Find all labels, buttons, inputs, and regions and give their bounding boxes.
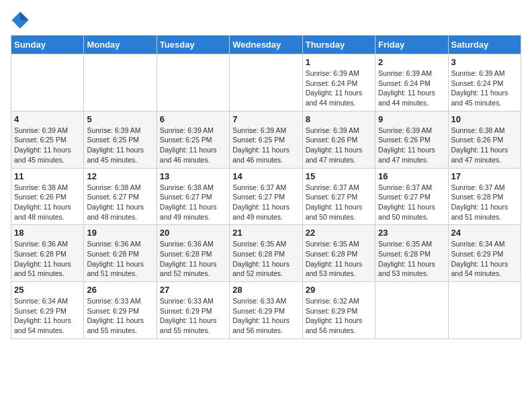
day-info: Sunrise: 6:39 AM Sunset: 6:25 PM Dayligh… <box>232 126 299 165</box>
day-info: Sunrise: 6:39 AM Sunset: 6:24 PM Dayligh… <box>451 68 518 108</box>
day-number: 11 <box>14 171 81 181</box>
day-number: 23 <box>378 228 445 238</box>
day-info: Sunrise: 6:32 AM Sunset: 6:29 PM Dayligh… <box>306 296 372 336</box>
day-number: 10 <box>451 114 518 124</box>
calendar-cell: 10Sunrise: 6:38 AM Sunset: 6:26 PM Dayli… <box>448 111 521 168</box>
day-number: 25 <box>14 285 81 295</box>
calendar-cell: 17Sunrise: 6:37 AM Sunset: 6:28 PM Dayli… <box>448 168 521 225</box>
day-number: 2 <box>378 57 445 67</box>
weekday-header-thursday: Thursday <box>302 36 375 54</box>
day-info: Sunrise: 6:33 AM Sunset: 6:29 PM Dayligh… <box>232 296 299 336</box>
weekday-header-friday: Friday <box>375 36 448 54</box>
day-info: Sunrise: 6:37 AM Sunset: 6:28 PM Dayligh… <box>451 183 518 222</box>
calendar-cell: 14Sunrise: 6:37 AM Sunset: 6:27 PM Dayli… <box>230 168 302 225</box>
day-info: Sunrise: 6:34 AM Sunset: 6:29 PM Dayligh… <box>14 296 81 336</box>
day-number: 26 <box>87 285 153 295</box>
day-number: 29 <box>306 285 372 295</box>
day-info: Sunrise: 6:39 AM Sunset: 6:24 PM Dayligh… <box>378 68 445 108</box>
calendar-cell: 6Sunrise: 6:39 AM Sunset: 6:25 PM Daylig… <box>157 111 229 168</box>
page-header <box>11 11 521 30</box>
calendar-cell <box>84 54 157 111</box>
day-number: 27 <box>160 285 226 295</box>
day-info: Sunrise: 6:36 AM Sunset: 6:28 PM Dayligh… <box>14 239 81 279</box>
calendar-cell <box>230 54 302 111</box>
weekday-header-saturday: Saturday <box>448 36 521 54</box>
day-info: Sunrise: 6:38 AM Sunset: 6:27 PM Dayligh… <box>160 183 226 222</box>
day-info: Sunrise: 6:37 AM Sunset: 6:27 PM Dayligh… <box>306 183 372 222</box>
day-number: 14 <box>232 171 299 181</box>
day-number: 3 <box>451 57 518 67</box>
calendar-cell: 20Sunrise: 6:36 AM Sunset: 6:28 PM Dayli… <box>157 225 229 282</box>
weekday-header-tuesday: Tuesday <box>157 36 229 54</box>
calendar-cell: 25Sunrise: 6:34 AM Sunset: 6:29 PM Dayli… <box>11 282 84 339</box>
calendar-cell <box>11 54 84 111</box>
day-info: Sunrise: 6:35 AM Sunset: 6:28 PM Dayligh… <box>232 239 299 279</box>
logo <box>11 11 32 30</box>
day-info: Sunrise: 6:39 AM Sunset: 6:26 PM Dayligh… <box>306 126 372 165</box>
calendar-cell: 29Sunrise: 6:32 AM Sunset: 6:29 PM Dayli… <box>302 282 375 339</box>
calendar-cell: 21Sunrise: 6:35 AM Sunset: 6:28 PM Dayli… <box>230 225 302 282</box>
calendar-cell: 26Sunrise: 6:33 AM Sunset: 6:29 PM Dayli… <box>84 282 157 339</box>
day-info: Sunrise: 6:38 AM Sunset: 6:27 PM Dayligh… <box>87 183 153 222</box>
calendar-cell: 23Sunrise: 6:35 AM Sunset: 6:28 PM Dayli… <box>375 225 448 282</box>
calendar-cell: 28Sunrise: 6:33 AM Sunset: 6:29 PM Dayli… <box>230 282 302 339</box>
day-info: Sunrise: 6:37 AM Sunset: 6:27 PM Dayligh… <box>378 183 445 222</box>
calendar-cell: 2Sunrise: 6:39 AM Sunset: 6:24 PM Daylig… <box>375 54 448 111</box>
day-number: 28 <box>232 285 299 295</box>
day-info: Sunrise: 6:36 AM Sunset: 6:28 PM Dayligh… <box>160 239 226 279</box>
day-number: 5 <box>87 114 153 124</box>
day-info: Sunrise: 6:39 AM Sunset: 6:24 PM Dayligh… <box>306 68 372 108</box>
svg-marker-1 <box>20 11 29 20</box>
day-number: 19 <box>87 228 153 238</box>
day-info: Sunrise: 6:33 AM Sunset: 6:29 PM Dayligh… <box>160 296 226 336</box>
calendar-cell: 27Sunrise: 6:33 AM Sunset: 6:29 PM Dayli… <box>157 282 229 339</box>
day-number: 13 <box>160 171 226 181</box>
day-number: 8 <box>306 114 372 124</box>
day-info: Sunrise: 6:39 AM Sunset: 6:25 PM Dayligh… <box>160 126 226 165</box>
day-info: Sunrise: 6:38 AM Sunset: 6:26 PM Dayligh… <box>451 126 518 165</box>
day-number: 20 <box>160 228 226 238</box>
weekday-header-sunday: Sunday <box>11 36 84 54</box>
calendar-cell: 1Sunrise: 6:39 AM Sunset: 6:24 PM Daylig… <box>302 54 375 111</box>
day-info: Sunrise: 6:39 AM Sunset: 6:26 PM Dayligh… <box>378 126 445 165</box>
day-number: 1 <box>306 57 372 67</box>
day-number: 21 <box>232 228 299 238</box>
calendar-cell: 4Sunrise: 6:39 AM Sunset: 6:25 PM Daylig… <box>11 111 84 168</box>
week-row-5: 25Sunrise: 6:34 AM Sunset: 6:29 PM Dayli… <box>11 282 521 339</box>
day-number: 6 <box>160 114 226 124</box>
week-row-3: 11Sunrise: 6:38 AM Sunset: 6:26 PM Dayli… <box>11 168 521 225</box>
day-info: Sunrise: 6:35 AM Sunset: 6:28 PM Dayligh… <box>306 239 372 279</box>
day-number: 22 <box>306 228 372 238</box>
logo-icon <box>11 11 30 30</box>
calendar-cell: 18Sunrise: 6:36 AM Sunset: 6:28 PM Dayli… <box>11 225 84 282</box>
day-number: 7 <box>232 114 299 124</box>
calendar-cell: 9Sunrise: 6:39 AM Sunset: 6:26 PM Daylig… <box>375 111 448 168</box>
weekday-header-row: SundayMondayTuesdayWednesdayThursdayFrid… <box>11 36 521 54</box>
calendar-cell: 7Sunrise: 6:39 AM Sunset: 6:25 PM Daylig… <box>230 111 302 168</box>
day-number: 9 <box>378 114 445 124</box>
day-number: 16 <box>378 171 445 181</box>
calendar-cell: 22Sunrise: 6:35 AM Sunset: 6:28 PM Dayli… <box>302 225 375 282</box>
day-number: 12 <box>87 171 153 181</box>
calendar-cell <box>375 282 448 339</box>
calendar-cell: 5Sunrise: 6:39 AM Sunset: 6:25 PM Daylig… <box>84 111 157 168</box>
calendar-cell: 24Sunrise: 6:34 AM Sunset: 6:29 PM Dayli… <box>448 225 521 282</box>
day-info: Sunrise: 6:39 AM Sunset: 6:25 PM Dayligh… <box>14 126 81 165</box>
week-row-4: 18Sunrise: 6:36 AM Sunset: 6:28 PM Dayli… <box>11 225 521 282</box>
calendar-cell: 3Sunrise: 6:39 AM Sunset: 6:24 PM Daylig… <box>448 54 521 111</box>
week-row-1: 1Sunrise: 6:39 AM Sunset: 6:24 PM Daylig… <box>11 54 521 111</box>
calendar-cell: 12Sunrise: 6:38 AM Sunset: 6:27 PM Dayli… <box>84 168 157 225</box>
calendar-cell: 13Sunrise: 6:38 AM Sunset: 6:27 PM Dayli… <box>157 168 229 225</box>
day-number: 24 <box>451 228 518 238</box>
weekday-header-wednesday: Wednesday <box>230 36 302 54</box>
calendar-cell: 8Sunrise: 6:39 AM Sunset: 6:26 PM Daylig… <box>302 111 375 168</box>
calendar-cell <box>448 282 521 339</box>
day-info: Sunrise: 6:37 AM Sunset: 6:27 PM Dayligh… <box>232 183 299 222</box>
day-info: Sunrise: 6:33 AM Sunset: 6:29 PM Dayligh… <box>87 296 153 336</box>
day-info: Sunrise: 6:35 AM Sunset: 6:28 PM Dayligh… <box>378 239 445 279</box>
calendar-table: SundayMondayTuesdayWednesdayThursdayFrid… <box>11 35 521 339</box>
calendar-cell: 11Sunrise: 6:38 AM Sunset: 6:26 PM Dayli… <box>11 168 84 225</box>
day-info: Sunrise: 6:36 AM Sunset: 6:28 PM Dayligh… <box>87 239 153 279</box>
calendar-cell: 16Sunrise: 6:37 AM Sunset: 6:27 PM Dayli… <box>375 168 448 225</box>
weekday-header-monday: Monday <box>84 36 157 54</box>
